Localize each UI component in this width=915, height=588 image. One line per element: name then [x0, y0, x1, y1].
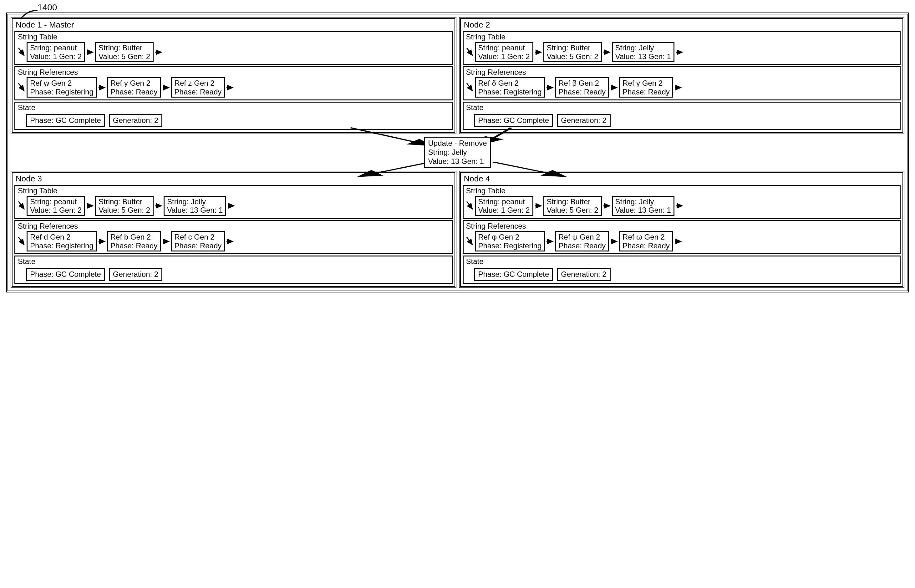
section-label: State — [466, 257, 898, 266]
section-label: String References — [466, 222, 898, 231]
cell-line2: Phase: Ready — [622, 241, 670, 250]
state-generation: Generation: 2 — [557, 268, 610, 281]
arrow-icon — [546, 237, 554, 246]
cell-line1: Ref z Gen 2 — [175, 79, 222, 87]
update-line3: Value: 13 Gen: 1 — [428, 157, 487, 166]
arrow-icon — [226, 83, 234, 92]
cell-line1: Ref w Gen 2 — [30, 79, 94, 87]
arrow-icon — [86, 201, 94, 210]
string-table-cell: String: Jelly Value: 13 Gen: 1 — [612, 196, 674, 216]
ref-cell: Ref d Gen 2 Phase: Registering — [27, 231, 97, 252]
state-phase: Phase: GC Complete — [26, 268, 105, 281]
arrow-icon — [162, 83, 170, 92]
section-label: String Table — [466, 186, 898, 195]
cell-line1: Ref δ Gen 2 — [478, 79, 542, 87]
section-label: String Table — [466, 32, 898, 41]
ref-cell: Ref β Gen 2 Phase: Ready — [555, 77, 609, 98]
arrow-icon — [603, 48, 611, 57]
node-title: Node 1 - Master — [16, 20, 453, 30]
cell-line2: Phase: Ready — [558, 241, 606, 250]
state-section: State Phase: GC Complete Generation: 2 — [15, 102, 453, 130]
string-table-cell: String: peanut Value: 1 Gen: 2 — [27, 42, 85, 62]
cell-line1: String: peanut — [30, 44, 82, 52]
state-generation: Generation: 2 — [109, 114, 162, 127]
cell-line2: Value: 1 Gen: 2 — [478, 206, 530, 215]
cell-line1: Ref γ Gen 2 — [622, 79, 670, 87]
string-table-cell: String: peanut Value: 1 Gen: 2 — [27, 196, 85, 216]
arrow-icon — [466, 200, 474, 212]
arrow-icon — [466, 236, 474, 247]
cell-line1: String: Butter — [99, 197, 150, 206]
figure-ref: 1400 — [37, 3, 57, 13]
ref-cell: Ref w Gen 2 Phase: Registering — [27, 77, 97, 98]
arrow-icon — [155, 48, 162, 57]
arrow-icon — [535, 201, 542, 210]
cell-line1: String: peanut — [30, 197, 82, 206]
arrow-icon — [466, 47, 474, 58]
arrow-icon — [676, 48, 683, 57]
node-panel: Node 3 String Table String: peanut Value… — [11, 171, 456, 288]
node-panel: Node 1 - Master String Table String: pea… — [11, 17, 456, 134]
ref-cell: Ref ω Gen 2 Phase: Ready — [619, 231, 673, 252]
arrow-icon — [17, 82, 25, 93]
section-label: String Table — [18, 32, 450, 41]
update-row: Update - Remove String: Jelly Value: 13 … — [11, 137, 904, 168]
cell-line2: Value: 1 Gen: 2 — [30, 206, 82, 215]
cell-line2: Value: 5 Gen: 2 — [547, 206, 598, 215]
arrow-icon — [155, 201, 162, 210]
cell-line1: String: Butter — [547, 197, 598, 206]
cell-line2: Phase: Registering — [30, 87, 94, 96]
ref-cell: Ref φ Gen 2 Phase: Registering — [475, 231, 545, 252]
ref-cell: Ref z Gen 2 Phase: Ready — [171, 77, 225, 98]
state-generation: Generation: 2 — [109, 268, 162, 281]
arrow-icon — [162, 237, 170, 246]
string-references-section: String References Ref d Gen 2 Phase: Reg… — [15, 220, 453, 254]
string-table-section: String Table String: peanut Value: 1 Gen… — [463, 185, 901, 219]
svg-line-23 — [18, 237, 24, 245]
string-references-section: String References Ref w Gen 2 Phase: Reg… — [15, 66, 453, 100]
string-table-cell: String: peanut Value: 1 Gen: 2 — [475, 196, 533, 216]
ref-cell: Ref b Gen 2 Phase: Ready — [107, 231, 161, 252]
cell-line2: Value: 5 Gen: 2 — [99, 52, 150, 61]
state-phase: Phase: GC Complete — [474, 268, 553, 281]
string-table-cell: String: Butter Value: 5 Gen: 2 — [95, 42, 154, 62]
section-label: String References — [466, 68, 898, 77]
svg-line-7 — [467, 48, 472, 55]
cell-line2: Value: 13 Gen: 1 — [615, 206, 671, 215]
arrow-icon — [674, 237, 682, 246]
svg-line-11 — [467, 83, 472, 91]
section-label: State — [18, 257, 450, 266]
cell-line1: Ref y Gen 2 — [110, 79, 158, 87]
cell-line1: Ref ω Gen 2 — [622, 233, 670, 241]
ref-cell: Ref δ Gen 2 Phase: Registering — [475, 77, 545, 98]
node-title: Node 2 — [464, 20, 901, 30]
arrow-icon — [226, 237, 234, 246]
cell-line1: String: Jelly — [167, 197, 223, 206]
arrow-icon — [674, 83, 682, 92]
update-title: Update - Remove — [428, 139, 487, 148]
string-table-section: String Table String: peanut Value: 1 Gen… — [15, 185, 453, 219]
cell-line2: Phase: Ready — [558, 87, 606, 96]
arrow-icon — [228, 201, 235, 210]
diagram-frame: Node 1 - Master String Table String: pea… — [6, 13, 909, 292]
cell-line1: String: peanut — [478, 44, 530, 52]
cell-line1: String: Jelly — [615, 44, 671, 52]
state-phase: Phase: GC Complete — [474, 114, 553, 127]
state-generation: Generation: 2 — [557, 114, 610, 127]
cell-line2: Value: 5 Gen: 2 — [99, 206, 150, 215]
string-table-cell: String: Butter Value: 5 Gen: 2 — [543, 196, 602, 216]
section-label: State — [18, 103, 450, 112]
cell-line2: Phase: Registering — [478, 87, 542, 96]
cell-line2: Phase: Ready — [110, 87, 158, 96]
cell-line2: Value: 5 Gen: 2 — [547, 52, 598, 61]
arrow-icon — [17, 236, 25, 247]
cell-line1: Ref β Gen 2 — [558, 79, 606, 87]
section-label: String Table — [18, 186, 450, 195]
string-references-section: String References Ref δ Gen 2 Phase: Reg… — [463, 66, 901, 100]
arrow-icon — [98, 83, 106, 92]
section-label: String References — [18, 68, 450, 77]
string-references-section: String References Ref φ Gen 2 Phase: Reg… — [463, 220, 901, 254]
cell-line2: Phase: Ready — [175, 241, 222, 250]
cell-line2: Value: 13 Gen: 1 — [615, 52, 671, 61]
cell-line2: Phase: Ready — [110, 241, 158, 250]
